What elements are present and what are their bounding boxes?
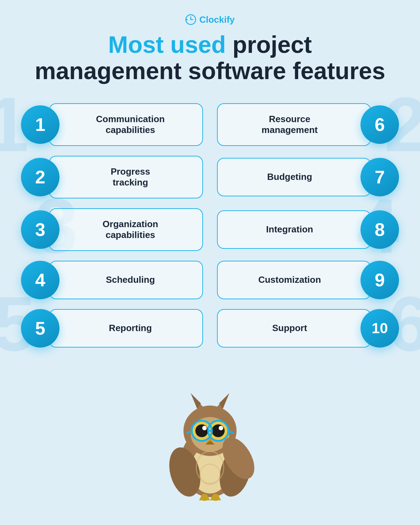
- feature-label-3: Organization capabilities: [103, 219, 158, 240]
- number-3: 3: [35, 219, 46, 240]
- number-6: 6: [375, 114, 385, 135]
- logo-area: Clockify: [21, 14, 399, 25]
- number-10: 10: [372, 320, 388, 337]
- feature-label-4: Scheduling: [106, 274, 155, 285]
- number-1: 1: [35, 114, 46, 135]
- feature-box-9: Customization: [217, 261, 371, 299]
- number-circle-5: 5: [21, 309, 59, 348]
- feature-card-3: 3Organization capabilities: [21, 208, 203, 251]
- logo-text: Clockify: [199, 14, 234, 25]
- page-wrapper: 1 2 3 4 5 6 Clockify Most used project m…: [0, 0, 420, 369]
- feature-box-4: Scheduling: [49, 261, 203, 299]
- feature-label-5: Reporting: [109, 323, 152, 334]
- feature-card-2: 2Progress tracking: [21, 156, 203, 198]
- feature-box-8: Integration: [217, 210, 371, 249]
- feature-card-9: Customization9: [217, 261, 399, 299]
- feature-box-6: Resource management: [217, 103, 371, 146]
- feature-card-7: Budgeting7: [217, 156, 399, 198]
- feature-label-8: Integration: [266, 224, 313, 235]
- title-highlight: Most used: [108, 31, 226, 58]
- feature-box-5: Reporting: [49, 309, 203, 348]
- feature-box-1: Communication capabilities: [49, 103, 203, 146]
- svg-point-12: [195, 424, 208, 437]
- number-2: 2: [35, 167, 46, 188]
- number-circle-10: 10: [360, 309, 399, 348]
- svg-point-13: [212, 424, 225, 437]
- features-grid: 1Communication capabilitiesResource mana…: [21, 103, 399, 348]
- number-circle-7: 7: [360, 158, 399, 196]
- feature-box-7: Budgeting: [217, 158, 371, 196]
- number-8: 8: [375, 219, 385, 240]
- svg-point-15: [219, 426, 223, 430]
- feature-label-1: Communication capabilities: [96, 114, 164, 135]
- number-circle-9: 9: [360, 261, 399, 299]
- feature-card-5: 5Reporting: [21, 309, 203, 348]
- number-circle-3: 3: [21, 210, 59, 249]
- number-4: 4: [35, 270, 46, 290]
- feature-box-3: Organization capabilities: [49, 208, 203, 251]
- feature-label-9: Customization: [258, 274, 321, 285]
- feature-card-10: Support10: [217, 309, 399, 348]
- feature-label-6: Resource management: [261, 114, 317, 135]
- svg-point-14: [202, 426, 207, 430]
- feature-card-1: 1Communication capabilities: [21, 103, 203, 146]
- svg-point-1: [186, 19, 188, 20]
- owl-illustration: [161, 385, 259, 504]
- feature-label-2: Progress tracking: [111, 166, 150, 188]
- feature-card-8: Integration8: [217, 208, 399, 251]
- clockify-logo-icon: [185, 14, 196, 25]
- main-title: Most used project management software fe…: [21, 31, 399, 84]
- number-9: 9: [375, 270, 385, 290]
- feature-box-2: Progress tracking: [49, 156, 203, 198]
- number-7: 7: [375, 167, 385, 188]
- feature-card-6: Resource management6: [217, 103, 399, 146]
- feature-box-10: Support: [217, 309, 371, 348]
- feature-card-4: 4Scheduling: [21, 261, 203, 299]
- feature-label-7: Budgeting: [267, 172, 312, 182]
- number-5: 5: [35, 318, 46, 339]
- owl-container: [161, 385, 259, 504]
- number-circle-8: 8: [360, 210, 399, 249]
- number-circle-2: 2: [21, 158, 59, 196]
- number-circle-6: 6: [360, 105, 399, 144]
- number-circle-4: 4: [21, 261, 59, 299]
- number-circle-1: 1: [21, 105, 59, 144]
- feature-label-10: Support: [272, 323, 307, 334]
